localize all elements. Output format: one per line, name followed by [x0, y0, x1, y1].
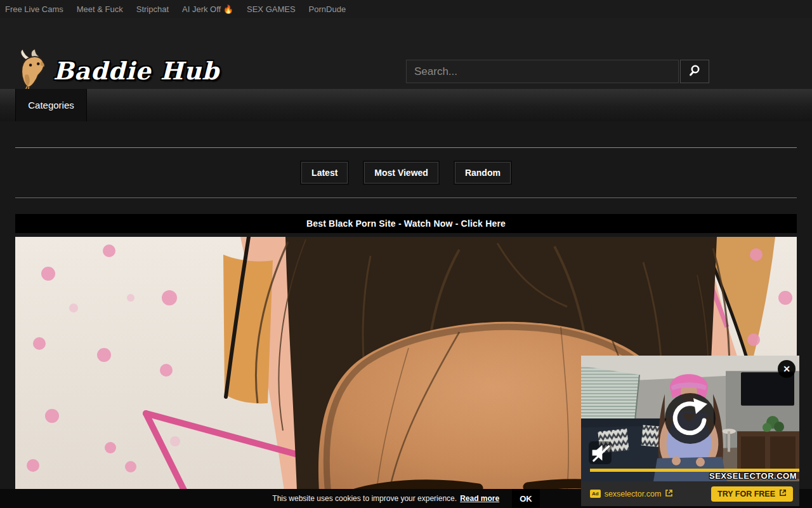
close-icon[interactable]: ✕: [778, 360, 796, 378]
ad-badge: Ad: [590, 490, 601, 498]
main-nav: Categories: [0, 89, 812, 121]
cookie-message: This website uses cookies to improve you…: [272, 494, 457, 503]
tab-random[interactable]: Random: [455, 162, 511, 184]
divider: [15, 197, 797, 198]
divider: [15, 147, 797, 148]
external-link-icon: [665, 488, 673, 500]
ad-footer: Ad sexselector.com TRY FOR FREE: [581, 481, 799, 506]
cookie-ok-button[interactable]: OK: [512, 489, 540, 508]
search-icon: [688, 64, 701, 79]
search-button[interactable]: [680, 60, 709, 83]
site-header: Baddie Hub: [0, 18, 812, 89]
top-link-free-live-cams[interactable]: Free Live Cams: [5, 4, 63, 14]
mute-icon[interactable]: [589, 441, 612, 464]
external-link-icon: [779, 489, 787, 498]
sort-tabs: Latest Most Viewed Random: [0, 162, 812, 184]
top-link-sex-games[interactable]: SEX GAMES: [247, 4, 296, 14]
video-ad: SEXSELECTOR.COM ✕ Ad sexselector.com TRY…: [581, 356, 799, 506]
replay-icon[interactable]: [665, 393, 716, 444]
search-bar: [406, 60, 709, 83]
top-link-ai-jerk-off[interactable]: AI Jerk Off 🔥: [182, 4, 233, 14]
top-link-meet-and-fuck[interactable]: Meet & Fuck: [77, 4, 123, 14]
site-logo[interactable]: Baddie Hub: [14, 48, 219, 93]
ad-video-player[interactable]: SEXSELECTOR.COM ✕: [581, 356, 799, 481]
ad-watermark: SEXSELECTOR.COM: [709, 471, 797, 481]
ad-domain-link[interactable]: sexselector.com: [605, 490, 662, 498]
tab-most-viewed[interactable]: Most Viewed: [364, 162, 438, 184]
top-link-stripchat[interactable]: Stripchat: [136, 4, 169, 14]
promo-banner-link[interactable]: Best Black Porn Site - Watch Now - Click…: [15, 214, 797, 233]
site-title: Baddie Hub: [53, 57, 219, 85]
top-links-bar: Free Live Cams Meet & Fuck Stripchat AI …: [0, 0, 812, 18]
ad-cta-button[interactable]: TRY FOR FREE: [711, 486, 793, 502]
page: Free Live Cams Meet & Fuck Stripchat AI …: [0, 0, 812, 508]
goat-logo-icon: [14, 48, 49, 93]
nav-item-categories[interactable]: Categories: [15, 89, 87, 121]
read-more-link[interactable]: Read more: [460, 494, 499, 503]
ad-cta-label: TRY FOR FREE: [717, 490, 775, 498]
top-link-porndude[interactable]: PornDude: [309, 4, 346, 14]
tab-latest[interactable]: Latest: [301, 162, 348, 184]
search-input[interactable]: [406, 60, 679, 83]
